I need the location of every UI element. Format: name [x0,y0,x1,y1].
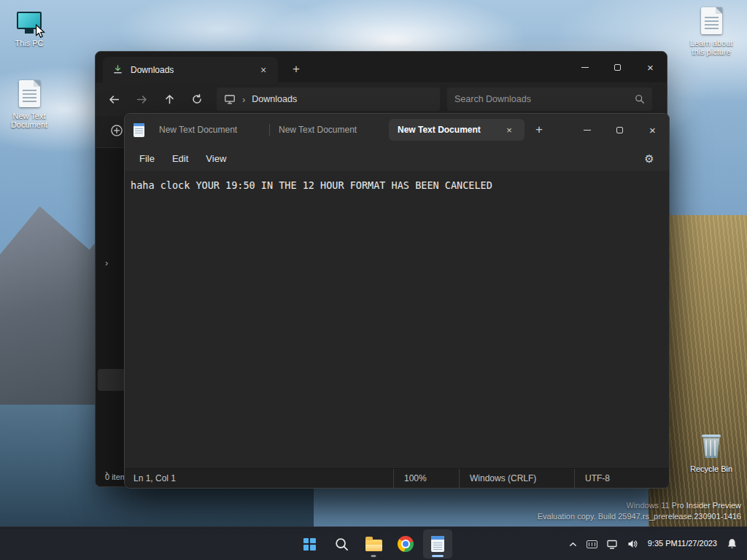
new-item-plus-icon [110,124,123,137]
running-indicator [371,555,376,557]
menu-view[interactable]: View [197,149,235,168]
text-document-icon [19,80,40,107]
notification-bell-icon [727,538,738,550]
system-tray: 9:35 PM 11/27/2023 [565,527,741,560]
this-pc-breadcrumb-icon [224,93,236,105]
picture-info-icon [701,7,722,34]
evaluation-watermark: Windows 11 Pro Insider Preview Evaluatio… [538,500,741,522]
document-text[interactable]: haha clock YOUR 19:50 IN THE 12 HOUR FOR… [131,179,492,191]
notepad-new-tab-button[interactable]: + [529,120,549,140]
explorer-minimize-button[interactable] [568,52,601,82]
search-icon [335,537,349,551]
mouse-cursor [35,24,46,42]
search-input[interactable] [454,94,635,104]
desktop-icon-label: Recycle Bin [690,464,732,473]
explorer-toolbar: › Downloads [96,82,667,116]
back-arrow-icon [109,96,117,103]
keyboard-icon [587,540,597,548]
taskbar: 9:35 PM 11/27/2023 [0,526,747,560]
desktop-icon-recycle-bin[interactable]: Recycle Bin [682,432,740,473]
taskbar-file-explorer-button[interactable] [359,529,388,559]
tab-close-icon[interactable]: × [503,123,516,136]
notepad-icon [431,536,444,552]
address-bar[interactable]: › Downloads [217,88,440,111]
chrome-icon [398,536,414,552]
nav-expand-chevron-icon[interactable]: › [105,257,108,268]
notepad-app-icon [133,123,144,137]
chevron-up-icon [568,540,578,549]
line-ending[interactable]: Windows (CRLF) [459,469,574,488]
taskbar-chrome-button[interactable] [391,529,420,559]
refresh-button[interactable] [183,87,211,112]
clock-time: 9:35 PM [648,539,678,549]
notepad-minimize-button[interactable] [570,114,603,146]
new-item-button[interactable] [110,124,123,137]
explorer-titlebar[interactable]: Downloads × + × [96,52,667,82]
desktop-icon-label: Learn about this picture [686,39,737,56]
desktop-icon-new-text-document[interactable]: New Text Document [0,79,58,129]
notifications-button[interactable] [723,531,741,557]
hidden-icons-button[interactable] [565,531,581,557]
desktop-icon-label: New Text Document [6,112,53,129]
taskbar-notepad-button[interactable] [423,529,452,559]
volume-button[interactable] [623,531,642,557]
cursor-position: Ln 1, Col 1 [125,473,393,483]
start-button[interactable] [295,529,324,559]
clock-date: 11/27/2023 [678,539,717,549]
taskbar-search-button[interactable] [327,529,356,559]
refresh-icon [191,93,203,105]
forward-arrow-icon [137,96,145,103]
notepad-close-button[interactable]: × [636,114,669,146]
zoom-level[interactable]: 100% [393,469,459,488]
running-indicator [432,555,444,557]
explorer-maximize-button[interactable] [601,52,634,82]
desktop-icon-learn-about-picture[interactable]: Learn about this picture [682,6,740,56]
up-button[interactable] [155,87,183,112]
volume-icon [627,538,638,550]
search-box[interactable] [447,88,652,111]
notepad-editor[interactable]: haha clock YOUR 19:50 IN THE 12 HOUR FOR… [125,171,669,468]
notepad-tab-1[interactable]: New Text Document [150,119,269,141]
notepad-titlebar[interactable]: New Text Document New Text Document New … [125,114,669,146]
notepad-window: New Text Document New Text Document New … [124,113,670,489]
windows-logo-icon [303,538,316,551]
explorer-tab-close-icon[interactable]: × [256,63,271,77]
notepad-statusbar: Ln 1, Col 1 100% Windows (CRLF) UTF-8 [125,468,669,488]
encoding[interactable]: UTF-8 [574,469,669,488]
folder-icon [365,540,382,551]
touch-keyboard-button[interactable] [583,531,601,557]
network-button[interactable] [603,531,622,557]
downloads-icon [112,64,123,75]
breadcrumb[interactable]: Downloads [252,94,297,104]
explorer-tab-title: Downloads [131,65,174,75]
desktop: This PC New Text Document Learn about th… [0,0,747,560]
notepad-tab-3-active[interactable]: New Text Document × [389,119,525,141]
search-icon [635,94,645,104]
taskbar-clock[interactable]: 9:35 PM 11/27/2023 [643,531,721,557]
explorer-tab-downloads[interactable]: Downloads × [103,57,278,82]
recycle-bin-icon [702,435,721,458]
settings-gear-icon[interactable]: ⚙ [638,150,660,168]
notepad-maximize-button[interactable] [603,114,636,146]
menu-file[interactable]: File [131,149,163,168]
menu-edit[interactable]: Edit [163,149,197,168]
back-button[interactable] [100,87,128,112]
network-icon [606,538,618,550]
notepad-menubar: File Edit View ⚙ [125,146,669,171]
desktop-icon-this-pc[interactable]: This PC [0,6,58,47]
forward-button[interactable] [128,87,155,112]
breadcrumb-chevron-icon: › [242,94,245,105]
explorer-new-tab-button[interactable]: + [287,60,306,79]
up-arrow-icon [166,95,173,103]
notepad-tab-2[interactable]: New Text Document [270,119,389,141]
explorer-close-button[interactable]: × [634,52,667,82]
